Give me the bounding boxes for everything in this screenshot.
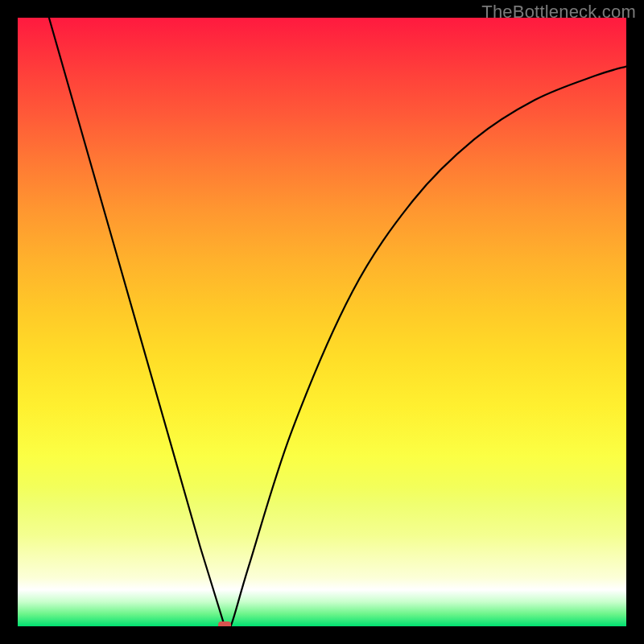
chart-frame: TheBottleneck.com xyxy=(0,0,644,644)
minimum-marker xyxy=(218,621,231,626)
curve-path xyxy=(18,18,626,626)
plot-area xyxy=(18,18,626,626)
bottleneck-curve xyxy=(18,18,626,626)
watermark-text: TheBottleneck.com xyxy=(481,2,636,23)
